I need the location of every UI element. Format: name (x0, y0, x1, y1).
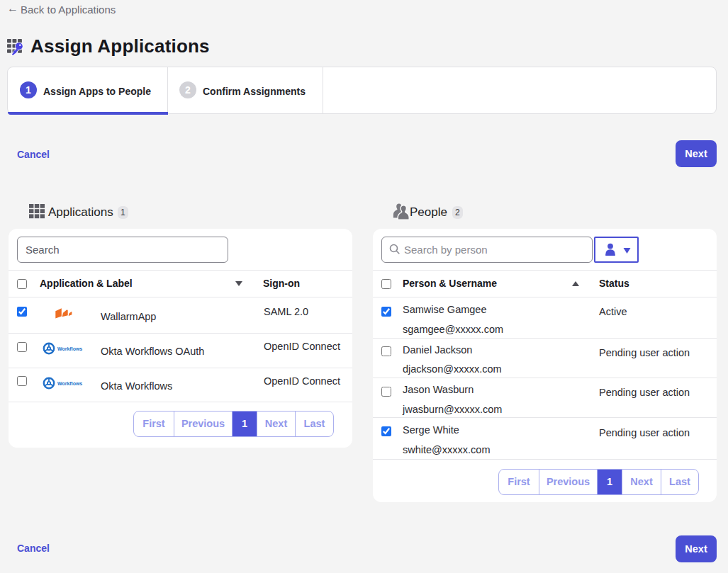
svg-text:Workflows: Workflows (57, 346, 82, 351)
svg-text:Workflows: Workflows (57, 381, 82, 386)
